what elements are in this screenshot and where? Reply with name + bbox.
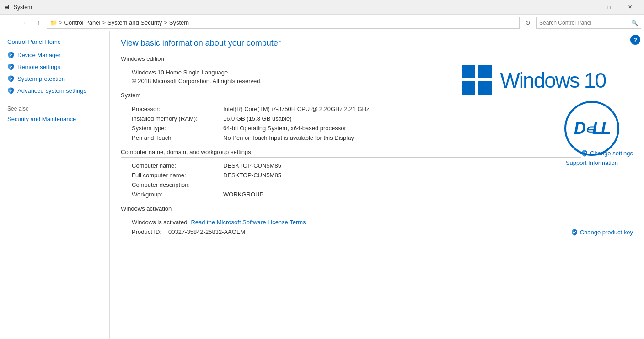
product-id-value: 00327-35842-25832-AAOEM [168,228,245,235]
edition-body-wrapper: Windows 10 Home Single Language © 2018 M… [121,69,633,85]
ram-value: 16.0 GB (15.8 GB usable) [223,115,292,122]
window-controls: — □ ✕ [577,0,640,15]
breadcrumb-bar[interactable]: 📁 > Control Panel > System and Security … [47,17,520,29]
search-icon: 🔍 [631,20,638,26]
sidebar-item-device-manager[interactable]: Device Manager [0,49,109,61]
system-type-value: 64-bit Operating System, x64-based proce… [223,125,346,132]
sidebar-label-device-manager: Device Manager [17,52,61,58]
help-button[interactable]: ? [630,35,640,45]
processor-label: Processor: [132,106,223,112]
maximize-button[interactable]: □ [598,0,619,15]
breadcrumb-control-panel[interactable]: Control Panel [64,19,101,26]
system-section-header: System [121,92,633,101]
title-bar-icon: 🖥 [4,4,11,11]
up-button[interactable]: ↑ [32,16,45,29]
ram-label: Installed memory (RAM): [132,115,223,122]
title-bar: 🖥 System — □ ✕ [0,0,644,15]
change-product-key-link[interactable]: Change product key [571,228,633,236]
dell-logo-text: D∊LL [574,119,610,138]
activated-row: Windows is activated Read the Microsoft … [132,219,633,226]
ram-row: Installed memory (RAM): 16.0 GB (15.8 GB… [132,115,633,122]
windows-edition-header: Windows edition [121,55,633,64]
computer-name-section-left: Computer name, domain, and workgroup set… [121,148,581,162]
system-section: System Processor: Intel(R) Core(TM) i7-8… [121,92,633,141]
sidebar-item-system-protection[interactable]: System protection [0,73,109,85]
breadcrumb-system: System [169,19,189,26]
workgroup-row: Workgroup: WORKGROUP [132,191,633,198]
system-body-wrapper: Processor: Intel(R) Core(TM) i7-8750H CP… [121,106,633,141]
processor-row: Processor: Intel(R) Core(TM) i7-8750H CP… [132,106,633,112]
license-link[interactable]: Read the Microsoft Software License Term… [191,219,306,226]
sidebar: Control Panel Home Device Manager Remote… [0,31,110,339]
computer-name-section: Computer name, domain, and workgroup set… [121,148,633,198]
computer-name-section-header-row: Computer name, domain, and workgroup set… [121,148,633,162]
shield-icon-system-protection [7,75,15,82]
pen-row: Pen and Touch: No Pen or Touch Input is … [132,134,633,141]
computer-name-row: Computer name: DESKTOP-CUN5M85 [132,162,633,169]
change-product-key-label: Change product key [580,229,633,236]
breadcrumb-system-security[interactable]: System and Security [107,19,162,26]
sidebar-label-remote-settings: Remote settings [17,64,60,70]
activation-body: Windows is activated Read the Microsoft … [121,219,633,238]
computer-description-row: Computer description: [132,181,633,188]
search-box: 🔍 [536,17,641,29]
processor-value: Intel(R) Core(TM) i7-8750H CPU @ 2.20GHz… [223,106,370,112]
workgroup-label: Workgroup: [132,191,223,198]
title-bar-title: System [14,4,577,11]
svg-rect-0 [462,65,475,78]
system-body: Processor: Intel(R) Core(TM) i7-8750H CP… [121,106,633,141]
dell-support-link[interactable]: Support Information [566,159,618,166]
dell-logo-area: D∊LL Support Information [564,101,619,166]
product-id-row: Product ID: 00327-35842-25832-AAOEM [132,228,245,235]
refresh-button[interactable]: ↻ [521,16,534,29]
system-type-label: System type: [132,125,223,132]
computer-description-label: Computer description: [132,181,223,188]
main-layout: Control Panel Home Device Manager Remote… [0,31,644,339]
computer-name-header: Computer name, domain, and workgroup set… [121,148,581,158]
activation-header: Windows activation [121,205,633,214]
sidebar-item-advanced-system[interactable]: Advanced system settings [0,85,109,96]
forward-button[interactable]: → [17,16,30,29]
breadcrumb-folder-icon: 📁 [50,19,57,26]
computer-name-label: Computer name: [132,162,223,169]
activation-section: Windows activation Windows is activated … [121,205,633,238]
full-computer-name-label: Full computer name: [132,172,223,179]
shield-icon-device-manager [7,51,15,58]
search-input[interactable] [539,20,631,26]
computer-name-value: DESKTOP-CUN5M85 [223,162,281,169]
dell-circle: D∊LL [564,101,619,156]
shield-icon-remote-settings [7,63,15,70]
address-bar: ← → ↑ 📁 > Control Panel > System and Sec… [0,15,644,31]
back-button[interactable]: ← [3,16,16,29]
full-computer-name-value: DESKTOP-CUN5M85 [223,172,281,179]
pen-value: No Pen or Touch Input is available for t… [223,134,354,141]
computer-name-body: Computer name: DESKTOP-CUN5M85 Full comp… [121,162,633,198]
windows10-text: Windows 10 [500,68,606,93]
content-area: ? View basic information about your comp… [110,31,644,339]
windows-edition-section: Windows edition Windows 10 Home Single L… [121,55,633,85]
sidebar-label-advanced-system: Advanced system settings [17,87,86,94]
sidebar-item-remote-settings[interactable]: Remote settings [0,61,109,73]
shield-icon-advanced-system [7,87,15,94]
full-computer-name-row: Full computer name: DESKTOP-CUN5M85 [132,172,633,179]
workgroup-value: WORKGROUP [223,191,263,198]
product-id-row-wrapper: Product ID: 00327-35842-25832-AAOEM Chan… [132,228,633,238]
svg-rect-1 [478,65,492,78]
shield-icon-product-key [571,228,578,236]
minimize-button[interactable]: — [577,0,598,15]
close-button[interactable]: ✕ [619,0,640,15]
product-id-label: Product ID: [132,228,168,235]
pen-label: Pen and Touch: [132,134,223,141]
system-type-row: System type: 64-bit Operating System, x6… [132,125,633,132]
sidebar-item-security-maintenance[interactable]: Security and Maintenance [0,114,109,124]
sidebar-label-system-protection: System protection [17,75,65,82]
activated-text: Windows is activated [132,219,187,226]
sidebar-home[interactable]: Control Panel Home [0,37,109,49]
see-also-label: See also [0,96,109,114]
page-title: View basic information about your comput… [121,38,633,48]
